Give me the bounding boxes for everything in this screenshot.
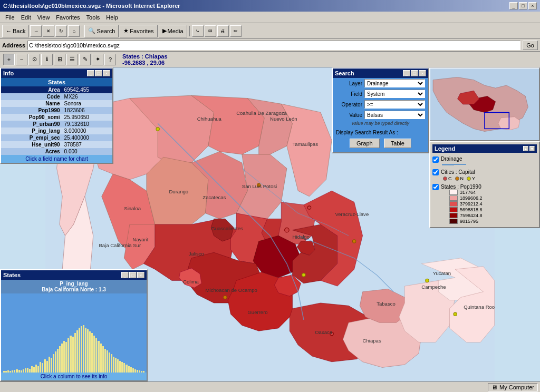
chart-bar[interactable]	[111, 354, 112, 373]
chart-bar[interactable]	[5, 371, 7, 373]
chart-bar[interactable]	[40, 362, 41, 373]
table-row[interactable]: Acres0.000	[1, 148, 112, 155]
legend-up-btn[interactable]: ▲	[523, 146, 528, 151]
search-minimize-btn[interactable]: _	[403, 70, 410, 76]
chart-bar[interactable]	[23, 369, 24, 373]
menu-view[interactable]: View	[34, 13, 53, 22]
forward-button[interactable]: →	[30, 25, 42, 37]
chart-bar[interactable]	[46, 361, 48, 373]
chart-bar[interactable]	[72, 337, 74, 373]
cities-checkbox[interactable]	[432, 169, 439, 175]
chart-bar[interactable]	[98, 341, 99, 373]
chart-bar[interactable]	[107, 350, 108, 373]
info-maximize-btn[interactable]: □	[95, 70, 102, 76]
menu-file[interactable]: File	[2, 13, 18, 22]
value-select[interactable]: Balsas	[364, 111, 425, 119]
chart-bar[interactable]	[104, 349, 106, 373]
chart-bar[interactable]	[18, 370, 20, 373]
chart-bar[interactable]	[12, 370, 13, 373]
legend-down-btn[interactable]: ▼	[529, 146, 535, 151]
chart-bar[interactable]	[89, 331, 91, 373]
operator-select[interactable]: >=	[364, 100, 425, 109]
chart-bar[interactable]	[121, 362, 123, 373]
chart-bar[interactable]	[14, 370, 15, 373]
chart-bar[interactable]	[35, 365, 37, 373]
back-button[interactable]: ← Back	[2, 25, 29, 37]
chart-bar[interactable]	[3, 371, 5, 373]
chart-bar[interactable]	[21, 370, 22, 373]
chart-bar[interactable]	[102, 346, 104, 373]
chart-bar[interactable]	[132, 368, 134, 373]
chart-bar[interactable]	[70, 336, 71, 373]
favorites-button[interactable]: ★ Favorites	[120, 25, 157, 37]
chart-bar[interactable]	[57, 349, 59, 373]
chart-bar[interactable]	[76, 330, 78, 373]
minimize-button[interactable]: _	[509, 2, 518, 9]
chart-bar[interactable]	[29, 369, 31, 373]
table-row[interactable]: Hse_unit90378587	[1, 141, 112, 148]
table-row[interactable]: P_urban9079.132610	[1, 121, 112, 128]
home-button[interactable]: ⌂	[68, 25, 80, 37]
chart-bar[interactable]	[85, 328, 86, 373]
chart-bar[interactable]	[61, 344, 63, 373]
states-minimize-btn[interactable]: _	[121, 272, 129, 278]
chart-bar[interactable]	[42, 363, 43, 373]
chart-bar[interactable]	[115, 358, 117, 373]
zoom-out-tool[interactable]: −	[16, 54, 27, 65]
chart-bar[interactable]	[91, 333, 93, 373]
chart-bar[interactable]	[130, 367, 132, 373]
table-row[interactable]: P_empi_sec25.400000	[1, 134, 112, 141]
history-button[interactable]: ⤷	[192, 25, 204, 37]
states-maximize-btn[interactable]: □	[129, 272, 137, 278]
chart-bar[interactable]	[143, 371, 144, 373]
chart-bar[interactable]	[55, 351, 56, 373]
states-checkbox[interactable]	[432, 184, 439, 190]
chart-bar[interactable]	[51, 358, 52, 373]
grid-tool[interactable]: ⊞	[54, 54, 65, 65]
drainage-checkbox[interactable]	[432, 156, 439, 163]
chart-bar[interactable]	[63, 341, 65, 373]
graph-button[interactable]: Graph	[350, 139, 380, 148]
chart-bar[interactable]	[25, 368, 26, 373]
edit-button[interactable]: ✏	[230, 25, 242, 37]
menu-help[interactable]: Help	[103, 13, 121, 22]
zoom-fit-tool[interactable]: ⊙	[28, 54, 40, 65]
layer-select[interactable]: Drainage	[364, 79, 425, 87]
chart-hint[interactable]: Click a column to see its info	[1, 373, 147, 380]
stop-button[interactable]: ✕	[43, 25, 54, 37]
chart-bar[interactable]	[68, 338, 69, 373]
chart-bar[interactable]	[74, 333, 76, 373]
zoom-in-tool[interactable]: +	[3, 54, 15, 65]
chart-bar[interactable]	[126, 365, 127, 373]
help-tool[interactable]: ?	[104, 54, 116, 65]
media-button[interactable]: ▶ Media	[159, 25, 187, 37]
print-button[interactable]: 🖨	[217, 25, 229, 37]
maximize-button[interactable]: □	[519, 2, 527, 9]
chart-bar[interactable]	[123, 363, 125, 373]
menu-tools[interactable]: Tools	[83, 13, 103, 22]
table-row[interactable]: P_ing_lang3.000000	[1, 128, 112, 134]
search-close-btn[interactable]: ×	[419, 70, 426, 76]
chart-bar[interactable]	[119, 361, 121, 373]
table-row[interactable]: NameSonora	[1, 100, 112, 107]
chart-bar[interactable]	[83, 325, 84, 373]
address-input[interactable]	[27, 41, 520, 50]
chart-bar[interactable]	[100, 344, 102, 373]
info-close-btn[interactable]: ×	[103, 70, 110, 76]
chart-bar[interactable]	[16, 369, 17, 373]
chart-bar[interactable]	[44, 359, 45, 373]
chart-bar[interactable]	[87, 329, 89, 373]
info-click-hint[interactable]: Click a field name for chart	[1, 155, 112, 163]
chart-bar[interactable]	[113, 357, 114, 373]
chart-bar[interactable]	[95, 338, 97, 373]
chart-bar[interactable]	[81, 326, 82, 373]
chart-bar[interactable]	[109, 352, 110, 373]
table-button[interactable]: Table	[384, 139, 411, 148]
chart-bar[interactable]	[139, 370, 140, 373]
search-button[interactable]: 🔍 Search	[84, 25, 119, 37]
chart-bar[interactable]	[37, 366, 39, 373]
chart-bar[interactable]	[65, 342, 67, 373]
list-tool[interactable]: ☰	[66, 54, 78, 65]
select-tool[interactable]: ✦	[92, 54, 103, 65]
chart-bar[interactable]	[53, 354, 54, 373]
